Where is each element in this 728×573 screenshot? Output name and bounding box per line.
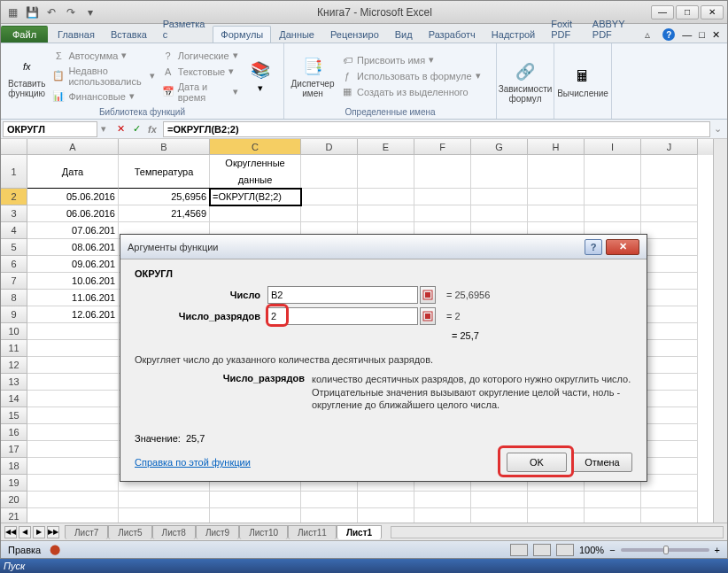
tab-developer[interactable]: Разработч bbox=[421, 26, 484, 43]
sheet-last-icon[interactable]: ▶▶ bbox=[47, 526, 59, 538]
cell[interactable] bbox=[641, 441, 698, 458]
tab-foxit[interactable]: Foxit PDF bbox=[543, 15, 585, 43]
cell[interactable] bbox=[414, 155, 471, 189]
row-header[interactable]: 14 bbox=[1, 391, 27, 407]
save-icon[interactable]: 💾 bbox=[24, 4, 40, 20]
tab-layout[interactable]: Разметка с bbox=[155, 15, 213, 43]
cell[interactable] bbox=[27, 508, 119, 523]
zoom-slider[interactable] bbox=[621, 548, 709, 552]
cell[interactable] bbox=[641, 155, 698, 189]
cell[interactable] bbox=[641, 306, 698, 323]
cancel-formula-icon[interactable]: ✕ bbox=[113, 122, 128, 136]
cell[interactable] bbox=[641, 357, 698, 374]
cell[interactable]: 21,4569 bbox=[119, 205, 210, 222]
row-header[interactable]: 7 bbox=[1, 273, 27, 290]
cell[interactable] bbox=[358, 492, 414, 508]
cell[interactable]: 10.06.201 bbox=[27, 273, 119, 290]
row-header[interactable]: 8 bbox=[1, 290, 27, 306]
cell[interactable] bbox=[641, 374, 698, 391]
cell[interactable] bbox=[641, 273, 698, 290]
cell[interactable] bbox=[641, 323, 698, 340]
tab-home[interactable]: Главная bbox=[50, 26, 103, 43]
zoom-out-icon[interactable]: − bbox=[609, 545, 615, 555]
qat-dropdown-icon[interactable]: ▾ bbox=[82, 4, 98, 20]
col-header-i[interactable]: I bbox=[585, 139, 641, 155]
cell[interactable] bbox=[119, 492, 210, 508]
horizontal-scrollbar[interactable] bbox=[391, 526, 724, 538]
cell[interactable] bbox=[301, 189, 358, 205]
accept-formula-icon[interactable]: ✓ bbox=[129, 122, 143, 136]
name-manager-button[interactable]: 📑 Диспетчер имен bbox=[290, 45, 336, 106]
cell[interactable] bbox=[301, 508, 358, 523]
cell[interactable] bbox=[27, 475, 119, 492]
row-header[interactable]: 11 bbox=[1, 340, 27, 357]
datetime-button[interactable]: 📅Дата и время▾ bbox=[160, 81, 240, 104]
namebox-dropdown-icon[interactable]: ▾ bbox=[101, 123, 106, 135]
doc-minimize-icon[interactable]: — bbox=[682, 29, 692, 40]
cell[interactable]: Дата bbox=[27, 155, 119, 189]
row-header[interactable]: 13 bbox=[1, 374, 27, 391]
sheet-tab[interactable]: Лист1 bbox=[337, 525, 382, 539]
cell[interactable] bbox=[471, 508, 528, 523]
row-header[interactable]: 18 bbox=[1, 458, 27, 475]
cell[interactable] bbox=[301, 155, 358, 189]
arg1-input[interactable]: B2 bbox=[267, 286, 418, 304]
formula-deps-button[interactable]: 🔗Зависимости формул bbox=[502, 45, 548, 117]
cell[interactable] bbox=[414, 189, 471, 205]
name-box[interactable]: ОКРУГЛ bbox=[3, 121, 97, 137]
cell[interactable] bbox=[641, 290, 698, 306]
view-normal-icon[interactable] bbox=[510, 544, 528, 556]
cell[interactable] bbox=[585, 189, 641, 205]
cell[interactable]: Температура bbox=[119, 155, 210, 189]
row-header[interactable]: 17 bbox=[1, 441, 27, 458]
col-header-f[interactable]: F bbox=[414, 139, 471, 155]
cell[interactable] bbox=[641, 239, 698, 256]
cell[interactable]: Округленныеданные bbox=[210, 155, 301, 189]
sheet-next-icon[interactable]: ▶ bbox=[33, 526, 45, 538]
cell[interactable] bbox=[641, 407, 698, 424]
cell[interactable] bbox=[641, 189, 698, 205]
cell[interactable]: =ОКРУГЛ(B2;2) bbox=[210, 189, 301, 205]
undo-icon[interactable]: ↶ bbox=[43, 4, 59, 20]
cell[interactable] bbox=[641, 256, 698, 273]
tab-review[interactable]: Рецензиро bbox=[322, 26, 387, 43]
col-header-g[interactable]: G bbox=[471, 139, 528, 155]
cell[interactable]: 08.06.201 bbox=[27, 239, 119, 256]
sheet-tab[interactable]: Лист8 bbox=[152, 525, 196, 539]
cell[interactable] bbox=[358, 508, 414, 523]
row-header[interactable]: 15 bbox=[1, 407, 27, 424]
cell[interactable] bbox=[585, 492, 641, 508]
col-header-e[interactable]: E bbox=[358, 139, 414, 155]
row-header[interactable]: 12 bbox=[1, 357, 27, 374]
cell[interactable]: 07.06.201 bbox=[27, 222, 119, 239]
cell[interactable]: 12.06.201 bbox=[27, 306, 119, 323]
start-button[interactable]: Пуск bbox=[4, 561, 25, 571]
row-header[interactable]: 1 bbox=[1, 155, 27, 189]
tab-data[interactable]: Данные bbox=[271, 26, 322, 43]
row-header[interactable]: 16 bbox=[1, 424, 27, 441]
cell[interactable] bbox=[471, 205, 528, 222]
zoom-in-icon[interactable]: + bbox=[715, 545, 720, 555]
cell[interactable] bbox=[358, 205, 414, 222]
sheet-tab[interactable]: Лист10 bbox=[239, 525, 288, 539]
cell[interactable] bbox=[641, 222, 698, 239]
calculation-button[interactable]: 🖩Вычисление bbox=[560, 45, 606, 117]
row-header[interactable]: 2 bbox=[1, 189, 27, 205]
cell[interactable] bbox=[119, 508, 210, 523]
cell[interactable]: 09.06.201 bbox=[27, 256, 119, 273]
cell[interactable] bbox=[585, 508, 641, 523]
dialog-titlebar[interactable]: Аргументы функции ? ✕ bbox=[120, 235, 647, 259]
view-layout-icon[interactable] bbox=[533, 544, 551, 556]
macro-record-icon[interactable]: ⬤ bbox=[50, 544, 60, 555]
cell[interactable] bbox=[641, 340, 698, 357]
doc-restore-icon[interactable]: □ bbox=[699, 29, 705, 40]
excel-icon[interactable]: ▦ bbox=[4, 4, 20, 20]
cell[interactable] bbox=[210, 205, 301, 222]
cell[interactable] bbox=[528, 189, 585, 205]
row-header[interactable]: 10 bbox=[1, 323, 27, 340]
row-header[interactable]: 19 bbox=[1, 475, 27, 492]
use-in-formula-button[interactable]: ƒИспользовать в формуле▾ bbox=[339, 69, 483, 83]
cell[interactable] bbox=[27, 424, 119, 441]
cell[interactable] bbox=[210, 508, 301, 523]
help-link[interactable]: Справка по этой функции bbox=[135, 457, 251, 468]
